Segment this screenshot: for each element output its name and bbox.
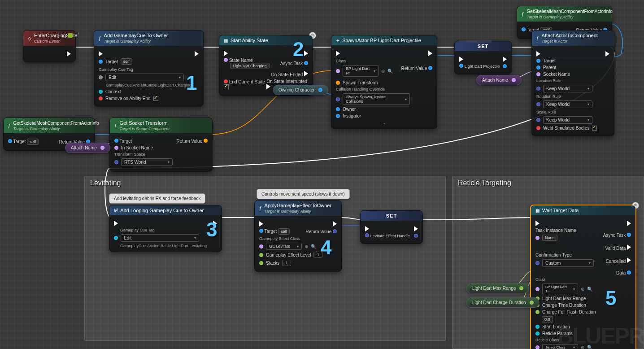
target-pin[interactable] [8,139,12,143]
socketname-pin[interactable] [114,146,118,150]
reticleclass-pin[interactable] [535,345,540,349]
node-get-socket-transform[interactable]: ƒ Get Socket Transform Target is Scene C… [109,118,213,172]
asset-find-icon[interactable]: 🔍 [387,69,393,74]
exec-in-pin[interactable] [99,51,103,57]
weld-checkbox[interactable] [592,126,597,131]
exec-out-pin[interactable] [213,221,217,226]
validdata-exec-pin[interactable] [627,244,631,250]
asset-find-icon[interactable]: 🔍 [311,244,316,249]
var-attach-name-2[interactable]: Attach Name [476,75,522,85]
node-set-levitate-handle[interactable]: SET Levitate Effect Handle [360,210,423,244]
node-apply-gameplay-effect[interactable]: ƒ ApplyGameplayEffectToOwner Target is G… [254,200,342,272]
var-out-pin[interactable] [318,88,322,92]
rotrule-pin[interactable] [536,102,540,106]
asset-find-icon[interactable]: 🔍 [587,287,592,292]
exec-in-pin[interactable] [259,221,263,227]
exec-in-pin[interactable] [114,221,118,226]
scalerule-pin[interactable] [536,118,540,122]
var-out-pin[interactable] [100,146,104,150]
rotrule-dropdown[interactable]: Keep World▾ [543,100,592,108]
startloc-pin[interactable] [535,325,540,329]
class-pin[interactable] [336,69,340,73]
stacks-pin[interactable] [259,261,263,265]
parent-pin[interactable] [536,65,540,70]
target-pin[interactable] [522,27,526,31]
remove-checkbox[interactable] [153,96,158,101]
transformspace-dropdown[interactable]: RTS World▾ [121,158,173,166]
statename-pin[interactable] [224,58,228,62]
node-add-gameplaycue-to-owner[interactable]: ƒ Add GameplayCue To Owner Target is Gam… [94,30,204,107]
exec-out-pin[interactable] [304,51,308,56]
node-set-projectile[interactable]: SET Light Dart Projectile [454,41,512,74]
weld-pin[interactable] [536,126,540,130]
spawntransform-pin[interactable] [336,81,340,85]
returnvalue-pin[interactable] [428,66,432,70]
exec-out-pin[interactable] [414,226,418,231]
collision-pin[interactable] [336,97,340,101]
remove-pin[interactable] [99,96,103,100]
comment-bubble-levitating[interactable]: Add levitating debris FX and force feedb… [109,193,205,204]
target-pin[interactable] [114,139,118,143]
exec-out-pin[interactable] [503,57,507,62]
cancelled-exec-pin[interactable] [627,257,631,263]
exec-in-pin[interactable] [459,57,463,62]
var-out-pin[interactable] [512,78,516,82]
returnvalue-pin[interactable] [333,229,337,233]
exec-out-pin[interactable] [67,51,71,57]
exec-out-pin[interactable] [195,51,199,57]
flash-pin[interactable] [535,310,540,314]
node-add-looping-gameplay-cue[interactable]: M Add Looping Gameplay Cue to Owner Game… [109,205,222,252]
class-dropdown[interactable]: BP Light Dart Pr▾ [343,65,379,77]
target-pin[interactable] [536,59,540,63]
reticleparams-pin[interactable] [535,332,540,336]
collision-dropdown[interactable]: Always Spawn, Ignore Collisions▾ [343,93,410,105]
delegate-pin[interactable] [68,33,73,38]
var-light-dart-max-range[interactable]: Light Dart Max Range [466,283,529,293]
owner-pin[interactable] [336,107,340,111]
context-pin[interactable] [99,90,103,94]
exec-in-pin[interactable] [336,51,340,56]
asset-browse-icon[interactable]: ⊕ [305,244,308,249]
socketname-pin[interactable] [536,72,540,76]
exec-out-pin[interactable] [333,221,337,227]
scalerule-dropdown[interactable]: Keep World▾ [543,116,592,124]
class-dropdown[interactable]: BP Light Dart T...▾ [542,284,578,294]
var-owning-character[interactable]: Owning Character [273,85,328,95]
locrule-pin[interactable] [536,87,540,91]
asynctask-pin[interactable] [627,233,631,237]
asset-browse-icon[interactable]: ⊕ [381,69,385,74]
exec-in-pin[interactable] [224,51,228,56]
value-out-pin[interactable] [414,234,418,238]
value-out-pin[interactable] [503,64,507,68]
node-spawn-actor[interactable]: ✦ SpawnActor BP Light Dart Projectile Cl… [331,35,437,129]
transformspace-pin[interactable] [114,160,118,164]
effectclass-pin[interactable] [259,244,263,249]
var-out-pin[interactable] [519,286,523,290]
locrule-dropdown[interactable]: Keep World▾ [543,85,592,92]
data-pin[interactable] [627,270,631,275]
target-pin[interactable] [99,60,103,64]
confirm-pin[interactable] [535,261,540,265]
exec-in-pin[interactable] [536,51,540,57]
exec-in-pin[interactable] [365,226,369,231]
var-attach-name-1[interactable]: Attach Name [65,143,110,153]
cuetag-dropdown[interactable]: Edit▾ [105,74,184,81]
instigator-pin[interactable] [336,114,340,118]
var-light-dart-charge-duration[interactable]: Light Dart Charge Duration [466,297,540,308]
value-in-pin[interactable] [459,64,463,68]
asset-browse-icon[interactable]: ⊕ [581,287,584,292]
comment-bubble-movement[interactable]: Controls movement speed (slows it down) [257,189,350,199]
endcurrent-checkbox[interactable] [224,84,229,89]
effectclass-dropdown[interactable]: GE Levitate▾ [266,243,302,250]
cuetag-pin[interactable] [114,236,118,240]
asynctask-pin[interactable] [304,61,308,65]
onended-exec-pin[interactable] [304,71,308,76]
node-enter-charging-state[interactable]: ◇ EnterChargingState Custom Event [23,30,76,62]
endcurrent-pin[interactable] [224,79,228,83]
exec-out-pin[interactable] [428,51,432,56]
confirm-dropdown[interactable]: Custom▾ [542,259,594,267]
effectlevel-pin[interactable] [259,253,263,257]
cuetag-pin[interactable] [99,75,103,79]
cuetag-dropdown[interactable]: Edit▾ [121,234,199,242]
exec-in-pin[interactable] [535,221,540,226]
